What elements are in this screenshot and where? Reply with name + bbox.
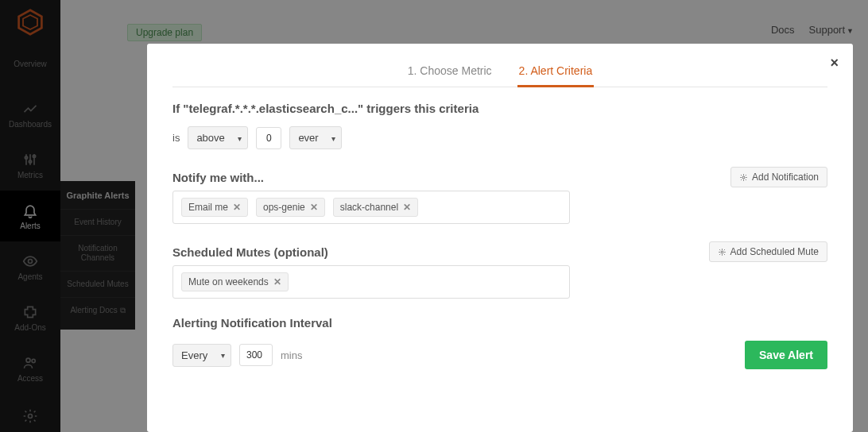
mute-chip: Mute on weekends✕	[181, 272, 289, 291]
remove-chip-icon[interactable]: ✕	[233, 202, 241, 213]
is-label: is	[172, 132, 180, 144]
threshold-input[interactable]	[256, 127, 281, 149]
mutes-chipbox[interactable]: Mute on weekends✕	[172, 265, 570, 299]
interval-heading: Alerting Notification Interval	[172, 316, 827, 330]
notification-chipbox[interactable]: Email me✕ ops-genie✕ slack-channel✕	[172, 191, 570, 224]
when-select[interactable]: ever	[289, 126, 342, 149]
interval-value-input[interactable]	[239, 344, 273, 366]
add-notification-button[interactable]: Add Notification	[730, 167, 827, 187]
add-scheduled-mute-button[interactable]: Add Scheduled Mute	[709, 241, 827, 262]
remove-chip-icon[interactable]: ✕	[403, 202, 411, 213]
remove-chip-icon[interactable]: ✕	[310, 202, 318, 213]
notification-chip: ops-genie✕	[256, 198, 325, 217]
tab-alert-criteria[interactable]: 2. Alert Criteria	[517, 60, 595, 87]
save-alert-button[interactable]: Save Alert	[745, 341, 827, 369]
interval-row: Every mins Save Alert	[172, 341, 827, 369]
notification-chip: slack-channel✕	[333, 198, 418, 217]
gear-icon	[718, 248, 727, 256]
remove-chip-icon[interactable]: ✕	[273, 276, 281, 287]
modal-tabs: 1. Choose Metric 2. Alert Criteria	[172, 60, 827, 87]
close-icon[interactable]: ×	[830, 55, 839, 71]
comparator-select[interactable]: above	[188, 126, 248, 149]
gear-icon	[739, 173, 748, 182]
tab-choose-metric[interactable]: 1. Choose Metric	[406, 60, 494, 87]
criteria-row: is above ever	[172, 126, 827, 149]
interval-mode-select[interactable]: Every	[172, 344, 231, 367]
notification-chip: Email me✕	[181, 198, 248, 217]
mutes-heading: Scheduled Mutes (optional)	[172, 245, 328, 259]
alert-criteria-modal: × 1. Choose Metric 2. Alert Criteria If …	[147, 44, 853, 432]
svg-point-13	[721, 251, 723, 253]
svg-point-12	[742, 176, 745, 179]
criteria-heading: If "telegraf.*.*.*.elasticsearch_c..." t…	[172, 102, 827, 115]
notify-heading: Notify me with...	[172, 171, 264, 184]
interval-unit-label: mins	[281, 349, 302, 361]
